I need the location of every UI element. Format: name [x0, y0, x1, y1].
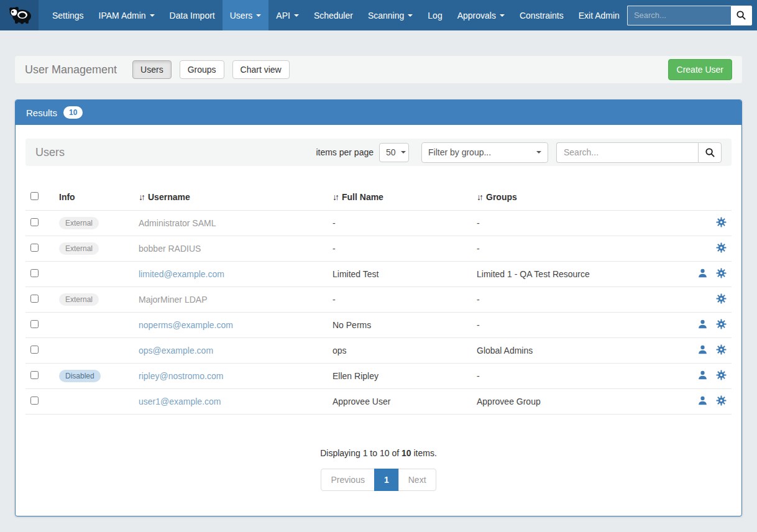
column-header-username[interactable]: ↓↑Username [134, 187, 328, 211]
table-row: ops@example.com ops Global Admins [25, 338, 732, 364]
row-checkbox[interactable] [30, 269, 39, 277]
gear-icon[interactable] [716, 319, 727, 331]
nav-item-api[interactable]: API [268, 0, 306, 30]
user-profile-icon[interactable] [697, 395, 708, 408]
groups-cell: - [472, 364, 678, 389]
table-row: External bobber RADIUS - - [25, 236, 732, 262]
status-badge: External [59, 293, 99, 306]
chevron-down-icon [401, 151, 406, 154]
users-table-body: External Administrator SAML - - External… [25, 211, 732, 415]
nav-item-ipam-admin[interactable]: IPAM Admin [91, 0, 162, 30]
full-name-cell: ops [328, 338, 472, 364]
next-page-button[interactable]: Next [398, 469, 436, 491]
nav-item-label: Exit Admin [579, 11, 620, 21]
users-toolbar: Users items per page 50 Filter by group.… [25, 139, 732, 166]
previous-page-button[interactable]: Previous [321, 469, 374, 491]
username-cell-text[interactable]: noperms@example.com [139, 320, 233, 330]
results-title: Results [26, 108, 57, 118]
gear-icon[interactable] [716, 293, 727, 306]
nav-item-label: API [276, 11, 290, 21]
chevron-down-icon [536, 151, 541, 154]
table-search-button[interactable] [698, 142, 722, 163]
global-search-input[interactable] [627, 6, 731, 25]
username-cell-text[interactable]: ripley@nostromo.com [139, 371, 223, 381]
nav-item-label: Scanning [368, 11, 404, 21]
nav-item-exit-admin[interactable]: Exit Admin [571, 0, 627, 30]
table-row: user1@example.com Approvee User Approvee… [25, 389, 732, 415]
tab-chart-view[interactable]: Chart view [232, 60, 290, 79]
gear-icon[interactable] [716, 344, 727, 357]
user-profile-icon[interactable] [697, 344, 708, 357]
user-profile-icon[interactable] [697, 268, 708, 280]
create-user-button[interactable]: Create User [668, 59, 732, 80]
row-checkbox[interactable] [30, 218, 39, 226]
nav-item-data-import[interactable]: Data Import [162, 0, 223, 30]
row-checkbox[interactable] [30, 244, 39, 252]
top-navbar: Settings IPAM Admin Data Import Users AP… [0, 0, 757, 30]
row-checkbox[interactable] [30, 346, 39, 354]
column-header-full-name[interactable]: ↓↑Full Name [328, 187, 472, 211]
global-search-button[interactable] [731, 6, 752, 25]
column-header-actions [678, 187, 732, 211]
status-badge: External [59, 217, 99, 229]
row-checkbox[interactable] [30, 397, 39, 405]
sort-icon: ↓↑ [333, 192, 337, 202]
results-panel: Results 10 Users items per page 50 Filte… [15, 99, 742, 516]
row-checkbox[interactable] [30, 320, 39, 328]
user-profile-icon[interactable] [697, 370, 708, 382]
gear-icon[interactable] [716, 268, 727, 280]
tab-users[interactable]: Users [132, 60, 172, 79]
full-name-cell: - [328, 236, 472, 262]
gear-icon[interactable] [716, 370, 727, 382]
filter-by-group-value: Filter by group... [428, 147, 491, 157]
page-header-bar: User Management Users Groups Chart view … [15, 56, 742, 83]
full-name-cell: Approvee User [328, 389, 472, 415]
items-per-page-select[interactable]: 50 [379, 143, 409, 162]
gear-icon[interactable] [716, 217, 727, 229]
nav-menu: Settings IPAM Admin Data Import Users AP… [45, 0, 627, 30]
table-header-row: Info ↓↑Username ↓↑Full Name ↓↑Groups [25, 187, 732, 211]
pagination-summary: Displaying 1 to 10 of 10 items. [25, 448, 732, 458]
column-header-groups[interactable]: ↓↑Groups [472, 187, 678, 211]
table-row: External MajorMiner LDAP - - [25, 287, 732, 313]
full-name-cell: Ellen Ripley [328, 364, 472, 389]
nav-item-label: Constraints [520, 11, 564, 21]
nav-item-users[interactable]: Users [223, 0, 269, 30]
gear-icon[interactable] [716, 242, 727, 255]
nav-item-label: Approvals [457, 11, 496, 21]
search-icon [736, 10, 746, 21]
user-profile-icon[interactable] [697, 319, 708, 331]
row-checkbox[interactable] [30, 371, 39, 379]
tab-groups[interactable]: Groups [180, 60, 224, 79]
table-search-input[interactable] [556, 142, 698, 163]
username-cell-text[interactable]: limited@example.com [139, 269, 224, 279]
nav-item-approvals[interactable]: Approvals [450, 0, 512, 30]
page-1-button[interactable]: 1 [374, 469, 399, 491]
nav-item-constraints[interactable]: Constraints [512, 0, 571, 30]
chevron-down-icon [256, 14, 261, 17]
full-name-cell: - [328, 287, 472, 313]
username-cell-text: Administrator SAML [139, 218, 216, 228]
items-per-page-value: 50 [386, 147, 396, 157]
status-badge: Disabled [59, 370, 101, 382]
nav-item-scanning[interactable]: Scanning [360, 0, 420, 30]
nav-item-settings[interactable]: Settings [45, 0, 91, 30]
row-checkbox[interactable] [30, 295, 39, 303]
column-header-info: Info [54, 187, 134, 211]
filter-by-group-select[interactable]: Filter by group... [421, 142, 548, 163]
nav-item-scheduler[interactable]: Scheduler [306, 0, 360, 30]
select-all-checkbox[interactable] [30, 192, 39, 200]
nav-item-label: Scheduler [314, 11, 353, 21]
table-row: External Administrator SAML - - [25, 211, 732, 236]
username-cell-text[interactable]: user1@example.com [139, 397, 221, 406]
full-name-cell: Limited Test [328, 262, 472, 287]
groups-cell: Limited 1 - QA Test Resource [472, 262, 678, 287]
chevron-down-icon [294, 14, 299, 17]
app-logo[interactable] [0, 0, 39, 30]
users-table: Info ↓↑Username ↓↑Full Name ↓↑Groups Ext… [25, 187, 732, 415]
nav-item-log[interactable]: Log [420, 0, 449, 30]
chevron-down-icon [408, 14, 413, 17]
gear-icon[interactable] [716, 395, 727, 408]
username-cell-text[interactable]: ops@example.com [139, 346, 213, 355]
results-header: Results 10 [16, 100, 741, 125]
